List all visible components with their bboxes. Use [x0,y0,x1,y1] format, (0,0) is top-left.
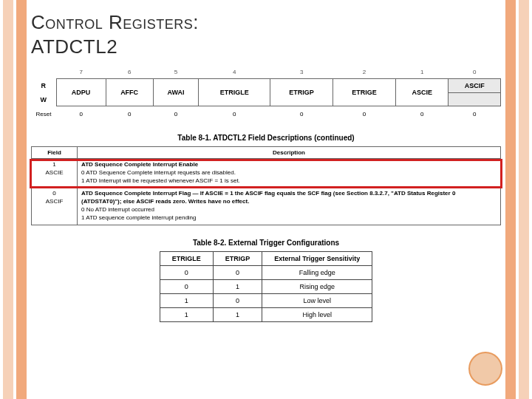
row-head-w: W [31,93,56,106]
cell: Falling edge [262,265,372,279]
cell: 0 [213,293,262,307]
slide-title: Control Registers: ATDCTL2 [31,10,501,58]
table-header-row: Field Description [32,147,501,159]
read-row: R ADPU AFFC AWAI ETRIGLE ETRIGP ETRIGE A… [31,79,501,93]
bit-cell-ascif-read: ASCIF [449,79,501,93]
bit-num: 0 [449,66,501,79]
bit-number-row: 7 6 5 4 3 2 1 0 [31,66,501,79]
desc-line: 0 No ATD interrupt occurred [81,206,497,214]
bit-num: 6 [106,66,153,79]
table-row: 1 ASCIE ATD Sequence Complete Interrupt … [32,159,501,188]
reset-row: Reset 0 0 0 0 0 0 0 0 [31,106,501,121]
bit-cell: ADPU [56,79,106,106]
desc-line: 0 ATD Sequence Complete interrupt reques… [81,169,497,177]
bit-num: 2 [333,66,396,79]
cell: Low level [262,293,372,307]
table-row: 1 0 Low level [160,293,372,307]
bit-num: 5 [153,66,199,79]
desc-line-bold: ATD Sequence Complete Interrupt Flag — I… [81,190,455,205]
bit-cell: ETRIGP [270,79,333,106]
field-description-wrap: Field Description 1 ASCIE ATD Sequence C… [31,146,501,225]
reset-val: 0 [270,106,333,121]
bit-cell: AWAI [153,79,199,106]
bit-num: 3 [270,66,333,79]
decor-stripe-right-inner [505,0,516,399]
field-name: ASCIF [35,198,73,206]
field-name: ASCIE [35,169,73,177]
col-head-field: Field [32,147,78,159]
cell: Rising edge [262,279,372,293]
field-bit: 0 [35,190,73,198]
bit-cell: ETRIGE [333,79,396,106]
col-head-description: Description [78,147,501,159]
table-header-row: ETRIGLE ETRIGP External Trigger Sensitiv… [160,251,372,265]
col-head-etrigp: ETRIGP [213,251,262,265]
col-head-sensitivity: External Trigger Sensitivity [262,251,372,265]
field-description-table: Field Description 1 ASCIE ATD Sequence C… [31,146,501,225]
cell: High level [262,307,372,321]
row-head-r: R [31,79,56,93]
trigger-config-table: ETRIGLE ETRIGP External Trigger Sensitiv… [160,251,373,322]
description-cell: ATD Sequence Complete Interrupt Flag — I… [78,188,501,225]
table-row: 0 0 Falling edge [160,265,372,279]
reset-val: 0 [395,106,449,121]
table-row: 1 1 High level [160,307,372,321]
bit-cell: ASCIE [395,79,449,106]
field-cell: 1 ASCIE [32,159,78,188]
bit-cell: ETRIGLE [199,79,270,106]
cell: 0 [213,265,262,279]
decor-stripe-left-outer [3,0,13,399]
title-line-1: Control Registers: [31,11,199,33]
bit-cell: AFFC [106,79,153,106]
bit-num: 1 [395,66,449,79]
title-line-2: ATDCTL2 [31,35,117,58]
reset-val: 0 [199,106,270,121]
reset-val: 0 [56,106,106,121]
col-head-etrigle: ETRIGLE [160,251,213,265]
field-cell: 0 ASCIF [32,188,78,225]
field-bit: 1 [35,161,73,169]
cell: 1 [160,293,213,307]
cell: 1 [213,307,262,321]
desc-line: 1 ATD sequence complete interrupt pendin… [81,214,497,222]
desc-line: ATD Sequence Complete Interrupt Flag — I… [81,190,497,206]
decor-stripe-right-outer [519,0,529,399]
reset-val: 0 [333,106,396,121]
reset-val: 0 [449,106,501,121]
row-head-reset: Reset [31,106,56,121]
slide-content: Control Registers: ATDCTL2 7 6 5 4 3 2 1… [31,10,501,392]
cell: 1 [160,307,213,321]
bit-num: 4 [199,66,270,79]
table-caption-1: Table 8-1. ATDCTL2 Field Descriptions (c… [31,134,501,142]
reset-val: 0 [153,106,199,121]
description-cell: ATD Sequence Complete Interrupt Enable 0… [78,159,501,188]
reset-val: 0 [106,106,153,121]
cell: 1 [213,279,262,293]
register-bit-table: 7 6 5 4 3 2 1 0 R ADPU AFFC AWAI ETRIGLE… [31,66,501,120]
bit-cell-ascif-write [449,93,501,106]
cell: 0 [160,279,213,293]
table-caption-2: Table 8-2. External Trigger Configuratio… [31,239,501,247]
bit-num: 7 [56,66,106,79]
decor-stripe-left-inner [16,0,27,399]
desc-line: ATD Sequence Complete Interrupt Enable [81,161,497,169]
desc-line: 1 ATD Interrupt will be requested whenev… [81,177,497,185]
table-row: 0 ASCIF ATD Sequence Complete Interrupt … [32,188,501,225]
cell: 0 [160,265,213,279]
table-row: 0 1 Rising edge [160,279,372,293]
